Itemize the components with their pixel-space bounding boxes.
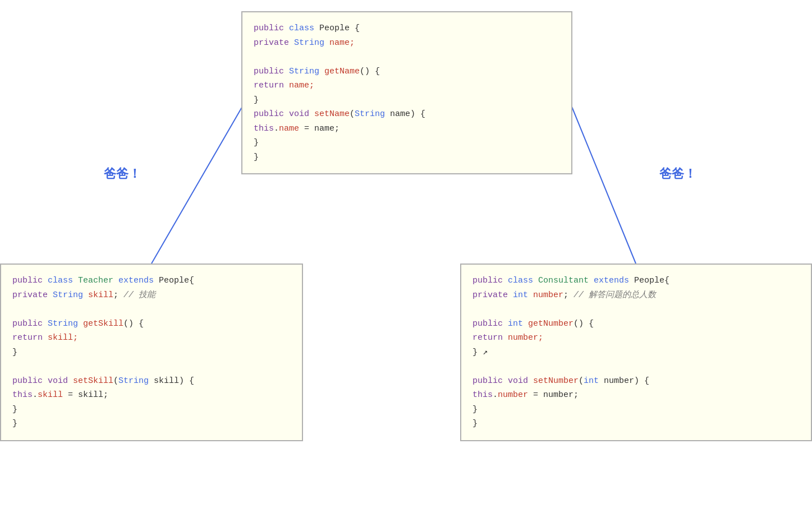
- code-token: String: [294, 38, 329, 48]
- code-token: public: [472, 319, 508, 329]
- code-line: [472, 302, 800, 317]
- code-token: setNumber: [533, 376, 579, 386]
- code-token: () {: [574, 319, 594, 329]
- code-token: int: [513, 290, 533, 300]
- code-token: }: [12, 419, 17, 428]
- code-token: }: [12, 405, 17, 414]
- code-token: String: [53, 290, 88, 300]
- code-line: public String getName() {: [254, 64, 560, 79]
- code-token: getName: [324, 67, 360, 76]
- code-line: this.name = name;: [254, 122, 560, 136]
- code-token: }: [254, 95, 259, 105]
- code-token: number: [498, 390, 528, 400]
- code-token: return: [254, 81, 289, 90]
- code-token: class: [48, 276, 78, 285]
- code-token: // 技能: [123, 290, 155, 300]
- code-token: }: [254, 152, 259, 162]
- code-token: name) {: [390, 109, 425, 119]
- code-token: String: [118, 376, 154, 386]
- code-token: private: [254, 38, 294, 48]
- code-token: String: [355, 109, 390, 119]
- code-token: extends: [594, 276, 634, 285]
- code-line: }: [254, 150, 560, 165]
- code-token: }: [254, 138, 259, 147]
- code-token: getSkill: [83, 319, 123, 329]
- code-line: }: [472, 417, 800, 431]
- code-line: }: [254, 93, 560, 108]
- code-line: }: [12, 345, 291, 360]
- code-line: return skill;: [12, 331, 291, 345]
- code-token: People{: [634, 276, 669, 285]
- code-token: () {: [123, 319, 144, 329]
- code-token: number;: [508, 333, 543, 343]
- code-line: this.number = number;: [472, 388, 800, 403]
- code-token: private: [472, 290, 513, 300]
- code-line: public void setName(String name) {: [254, 107, 560, 122]
- code-token: = number;: [528, 390, 579, 400]
- code-token: return: [472, 333, 508, 343]
- code-token: }: [472, 405, 478, 414]
- code-token: name;: [289, 81, 314, 90]
- code-token: // 解答问题的总人数: [574, 290, 656, 300]
- code-line: [12, 302, 291, 317]
- code-token: public: [254, 67, 289, 76]
- consultant-code-box: public class Consultant extends People{ …: [460, 264, 812, 441]
- code-token: public: [472, 376, 508, 386]
- code-token: People {: [319, 24, 360, 33]
- diagram-container: public class People { private String nam…: [0, 0, 812, 513]
- code-token: .: [493, 390, 498, 400]
- code-token: void: [48, 376, 73, 386]
- people-code-box: public class People { private String nam…: [241, 11, 572, 174]
- code-token: public: [254, 109, 289, 119]
- code-token: void: [289, 109, 314, 119]
- code-line: this.skill = skill;: [12, 388, 291, 403]
- code-token: class: [508, 276, 538, 285]
- code-token: (: [350, 109, 355, 119]
- code-token: Teacher: [78, 276, 118, 285]
- code-token: class: [289, 24, 319, 33]
- code-token: skill: [88, 290, 113, 300]
- code-line: private String skill; // 技能: [12, 288, 291, 303]
- arrow-teacher-to-people: [152, 105, 243, 264]
- code-token: () {: [360, 67, 380, 76]
- code-token: int: [508, 319, 528, 329]
- code-line: return number;: [472, 331, 800, 345]
- code-token: String: [289, 67, 324, 76]
- code-token: this: [254, 124, 274, 133]
- code-line: [254, 50, 560, 64]
- code-token: public: [254, 24, 289, 33]
- code-token: extends: [118, 276, 159, 285]
- code-token: setSkill: [73, 376, 113, 386]
- code-token: ;: [563, 290, 574, 300]
- code-token: = skill;: [63, 390, 108, 400]
- code-token: = name;: [299, 124, 340, 133]
- code-token: name;: [329, 38, 355, 48]
- code-line: }: [12, 403, 291, 417]
- code-token: }: [12, 348, 17, 357]
- code-token: public: [472, 276, 508, 285]
- code-line: [12, 359, 291, 374]
- code-line: }: [472, 403, 800, 417]
- code-token: number: [533, 290, 563, 300]
- code-line: public int getNumber() {: [472, 317, 800, 331]
- code-token: this: [12, 390, 33, 400]
- code-token: number) {: [604, 376, 649, 386]
- code-token: skill;: [48, 333, 78, 343]
- code-token: name: [279, 124, 299, 133]
- code-token: public: [12, 319, 48, 329]
- arrow-consultant-to-people: [571, 105, 636, 264]
- code-line: }: [12, 417, 291, 431]
- code-token: setName: [314, 109, 350, 119]
- code-line: public String getSkill() {: [12, 317, 291, 331]
- code-token: }: [472, 419, 478, 428]
- label-left: 爸爸！: [104, 165, 141, 182]
- code-token: skill: [38, 390, 63, 400]
- code-line: public void setNumber(int number) {: [472, 374, 800, 389]
- code-token: return: [12, 333, 48, 343]
- teacher-code-box: public class Teacher extends People{ pri…: [0, 264, 303, 441]
- code-token: this: [472, 390, 493, 400]
- code-token: skill) {: [154, 376, 194, 386]
- code-line: private int number; // 解答问题的总人数: [472, 288, 800, 303]
- code-token: getNumber: [528, 319, 574, 329]
- code-line: public class Consultant extends People{: [472, 274, 800, 288]
